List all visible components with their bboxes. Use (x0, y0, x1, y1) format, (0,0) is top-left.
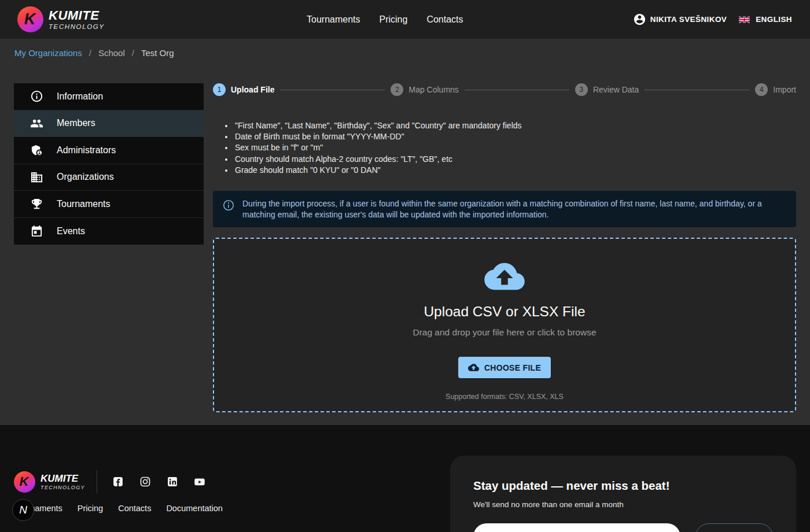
import-rules-list: "First Name", "Last Name", "Birthday", "… (213, 120, 796, 176)
sidebar-item-label: Administrators (57, 145, 116, 156)
step-label: Upload File (231, 85, 274, 94)
breadcrumb-separator: / (89, 48, 91, 58)
cloud-upload-icon (483, 260, 526, 293)
social-links (112, 476, 205, 487)
step-label: Review Data (593, 85, 639, 94)
supported-formats: Supported formats: CSV, XLSX, XLS (446, 393, 564, 401)
step-connector (465, 90, 569, 90)
subscribe-button[interactable]: SUBSCRIBE (695, 523, 773, 532)
breadcrumb-test-org: Test Org (141, 48, 174, 58)
account-circle-icon[interactable] (633, 13, 646, 26)
building-icon (30, 171, 43, 184)
rule-item: "First Name", "Last Name", "Birthday", "… (234, 120, 796, 131)
org-sidebar: Information Members Administrators Organ… (14, 83, 204, 245)
main-nav: Tournaments Pricing Contacts (307, 0, 463, 39)
nextjs-dev-button[interactable]: N (12, 499, 34, 521)
footer-link-documentation[interactable]: Documentation (166, 504, 223, 513)
rule-item: Sex must be in "f" or "m" (234, 142, 796, 153)
info-outline-icon (222, 199, 235, 212)
step-connector (280, 90, 385, 90)
footer-links: Tournaments Pricing Contacts Documentati… (14, 504, 223, 513)
cloud-upload-small-icon (468, 362, 479, 373)
instagram-icon[interactable] (139, 476, 151, 487)
newsletter-form: SUBSCRIBE (473, 523, 773, 532)
sidebar-item-label: Members (57, 118, 95, 128)
newsletter-title: Stay updated — never miss a beat! (473, 479, 773, 493)
sidebar-item-label: Organizations (57, 172, 114, 182)
footer-brand-name: KUMITE (41, 474, 85, 483)
admin-shield-icon (30, 143, 43, 157)
rule-item: Date of Birth must be in format "YYYY-MM… (234, 131, 796, 142)
footer-link-pricing[interactable]: Pricing (78, 504, 103, 513)
breadcrumb: My Organizations / School / Test Org (14, 48, 174, 58)
breadcrumb-separator: / (132, 48, 134, 58)
youtube-icon[interactable] (194, 476, 205, 487)
brand-subtitle: TECHNOLOGY (49, 23, 105, 30)
step-number: 1 (213, 83, 226, 96)
file-dropzone[interactable]: Upload CSV or XLSX File Drag and drop yo… (213, 238, 796, 412)
nav-contacts[interactable]: Contacts (426, 14, 463, 25)
alert-text: During the import process, if a user is … (242, 198, 786, 220)
sidebar-item-events[interactable]: Events (14, 218, 204, 245)
user-menu[interactable]: NIKITA SVEŠNIKOV (650, 15, 727, 24)
step-map-columns: 2 Map Columns (391, 83, 458, 96)
footer-brand-row: K KUMITE TECHNOLOGY (14, 470, 205, 493)
rule-item: Country should match Alpha-2 country cod… (234, 154, 796, 165)
import-wizard: 1 Upload File 2 Map Columns 3 Review Dat… (213, 83, 796, 412)
step-number: 4 (755, 83, 768, 96)
step-label: Map Columns (408, 85, 458, 94)
brand-logo[interactable]: K KUMITE TECHNOLOGY (0, 6, 105, 32)
info-icon (30, 90, 43, 103)
step-review-data: 3 Review Data (575, 83, 639, 96)
sidebar-item-administrators[interactable]: Administrators (14, 137, 204, 164)
step-label: Import (773, 85, 796, 94)
facebook-icon[interactable] (112, 476, 124, 487)
kumite-footer-logo-icon[interactable]: K (14, 471, 35, 493)
newsletter-card: Stay updated — never miss a beat! We'll … (450, 456, 796, 532)
top-navbar: K KUMITE TECHNOLOGY Tournaments Pricing … (0, 0, 810, 39)
dropzone-title: Upload CSV or XLSX File (424, 304, 585, 320)
breadcrumb-my-organizations[interactable]: My Organizations (14, 48, 82, 58)
page: K KUMITE TECHNOLOGY Tournaments Pricing … (0, 0, 810, 532)
step-number: 3 (575, 83, 588, 96)
sidebar-item-tournaments[interactable]: Tournaments (14, 191, 204, 218)
sidebar-item-information[interactable]: Information (14, 83, 204, 110)
step-connector (645, 90, 749, 90)
members-icon (30, 117, 43, 130)
import-info-alert: During the import process, if a user is … (213, 191, 796, 227)
sidebar-item-organizations[interactable]: Organizations (14, 164, 204, 191)
choose-file-button[interactable]: CHOOSE FILE (458, 357, 551, 378)
calendar-icon (30, 224, 43, 238)
sidebar-item-members[interactable]: Members (14, 110, 204, 138)
choose-file-label: CHOOSE FILE (484, 363, 541, 372)
language-selector[interactable]: ENGLISH (756, 15, 792, 24)
email-input[interactable] (473, 523, 680, 532)
linkedin-icon[interactable] (167, 476, 178, 487)
newsletter-subtitle: We'll send no more than one email a mont… (473, 500, 773, 509)
step-import: 4 Import (755, 83, 796, 96)
brand-name: KUMITE (49, 9, 105, 22)
rule-item: Grade should match "0 KYU" or "0 DAN" (234, 165, 796, 176)
uk-flag-icon[interactable] (739, 16, 750, 23)
nav-tournaments[interactable]: Tournaments (307, 14, 360, 25)
footer-divider (97, 470, 97, 493)
nav-pricing[interactable]: Pricing (380, 14, 408, 25)
sidebar-item-label: Events (57, 226, 85, 237)
sidebar-item-label: Information (57, 91, 103, 102)
breadcrumb-school[interactable]: School (98, 48, 125, 58)
step-number: 2 (391, 83, 403, 96)
footer-link-contacts[interactable]: Contacts (118, 504, 151, 513)
footer: K KUMITE TECHNOLOGY (0, 425, 810, 532)
dropzone-subtitle: Drag and drop your file here or click to… (413, 327, 596, 338)
navbar-right: NIKITA SVEŠNIKOV ENGLISH (633, 13, 810, 26)
kumite-logo-icon: K (17, 6, 43, 32)
sidebar-item-label: Tournaments (57, 199, 111, 209)
trophy-icon (30, 197, 43, 210)
footer-brand-subtitle: TECHNOLOGY (41, 485, 85, 490)
step-upload-file: 1 Upload File (213, 83, 274, 96)
import-stepper: 1 Upload File 2 Map Columns 3 Review Dat… (213, 83, 796, 97)
